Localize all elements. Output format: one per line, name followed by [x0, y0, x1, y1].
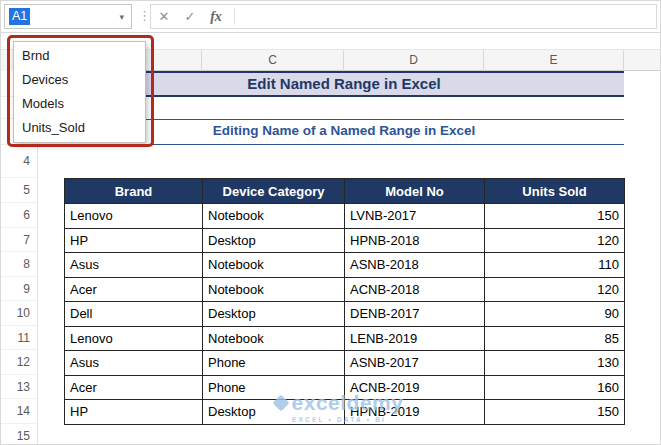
table-cell[interactable]: ACNB-2018 [345, 278, 485, 303]
table-row: HPDesktopHPNB-2019150 [65, 400, 625, 425]
table-cell[interactable]: Notebook [203, 278, 345, 303]
subtitle-text: Editing Name of a Named Range in Excel [213, 123, 476, 138]
row-header-4[interactable]: 4 [1, 145, 37, 178]
excel-window: A1 ▾ ⋮ ✕ ✓ fx ABCDE 12345678910111213141… [0, 0, 661, 445]
table-row: HPDesktopHPNB-2018120 [65, 229, 625, 254]
row-header-13[interactable]: 13 [1, 375, 37, 400]
table-cell[interactable]: HPNB-2019 [345, 400, 485, 425]
table-cell[interactable]: Lenovo [65, 204, 203, 229]
table-cell[interactable]: HP [65, 229, 203, 254]
row-header-11[interactable]: 11 [1, 326, 37, 351]
enter-icon[interactable]: ✓ [177, 5, 203, 28]
row-header-14[interactable]: 14 [1, 399, 37, 424]
column-header-E[interactable]: E [484, 50, 624, 71]
table-header-cell[interactable]: Model No [345, 179, 485, 204]
table-cell[interactable]: Acer [65, 278, 203, 303]
table-cell[interactable]: 85 [485, 327, 625, 352]
table-cell[interactable]: HP [65, 400, 203, 425]
table-cell[interactable]: DENB-2017 [345, 302, 485, 327]
row-header-15[interactable]: 15 [1, 424, 37, 445]
table-cell[interactable]: Phone [203, 376, 345, 401]
table-row: AcerPhoneACNB-2019160 [65, 376, 625, 401]
column-header-C[interactable]: C [202, 50, 344, 71]
formula-input[interactable] [240, 5, 656, 28]
table-cell[interactable]: ASNB-2018 [345, 253, 485, 278]
named-range-item-brnd[interactable]: Brnd [14, 44, 145, 68]
table-cell[interactable]: Acer [65, 376, 203, 401]
insert-function-icon[interactable]: fx [203, 5, 229, 28]
table-cell[interactable]: 150 [485, 400, 625, 425]
name-box-dropdown: BrndDevicesModelsUnits_Sold [13, 41, 146, 143]
table-cell[interactable]: Asus [65, 253, 203, 278]
table-row: LenovoNotebookLENB-201985 [65, 327, 625, 352]
table-header-cell[interactable]: Units Sold [485, 179, 625, 204]
table-cell[interactable]: 90 [485, 302, 625, 327]
table-row: LenovoNotebookLVNB-2017150 [65, 204, 625, 229]
table-cell[interactable]: HPNB-2018 [345, 229, 485, 254]
table-cell[interactable]: Phone [203, 351, 345, 376]
title-text: Edit Named Range in Excel [247, 75, 440, 92]
row-header-6[interactable]: 6 [1, 203, 37, 228]
table-cell[interactable]: ASNB-2017 [345, 351, 485, 376]
table-cell[interactable]: Desktop [203, 400, 345, 425]
table-cell[interactable]: Notebook [203, 253, 345, 278]
row-header-5[interactable]: 5 [1, 178, 37, 203]
formula-toolbar: A1 ▾ ⋮ ✕ ✓ fx [1, 1, 660, 33]
table-row: AsusPhoneASNB-2017130 [65, 351, 625, 376]
table-cell[interactable]: LENB-2019 [345, 327, 485, 352]
table-cell[interactable]: Notebook [203, 204, 345, 229]
table-cell[interactable]: 110 [485, 253, 625, 278]
table-cell[interactable]: Dell [65, 302, 203, 327]
named-range-item-models[interactable]: Models [14, 92, 145, 116]
name-box[interactable]: A1 ▾ [4, 4, 132, 29]
row-header-9[interactable]: 9 [1, 277, 37, 302]
cancel-icon[interactable]: ✕ [151, 5, 177, 28]
table-cell[interactable]: 120 [485, 229, 625, 254]
row-header-8[interactable]: 8 [1, 252, 37, 277]
table-cell[interactable]: 130 [485, 351, 625, 376]
table-header-row: BrandDevice CategoryModel NoUnits Sold [65, 179, 625, 204]
table-header-cell[interactable]: Brand [65, 179, 203, 204]
table-cell[interactable]: 120 [485, 278, 625, 303]
formula-bar: ✕ ✓ fx [150, 4, 657, 29]
table-cell[interactable]: ACNB-2019 [345, 376, 485, 401]
column-header-D[interactable]: D [344, 50, 484, 71]
title-cell[interactable]: Edit Named Range in Excel [64, 71, 624, 97]
formula-bar-divider [234, 8, 235, 25]
table-cell[interactable]: Desktop [203, 229, 345, 254]
row-header-12[interactable]: 12 [1, 350, 37, 375]
subtitle-cell[interactable]: Editing Name of a Named Range in Excel [64, 119, 624, 145]
table-cell[interactable]: Lenovo [65, 327, 203, 352]
table-cell[interactable]: Asus [65, 351, 203, 376]
table-row: DellDesktopDENB-201790 [65, 302, 625, 327]
table-cell[interactable]: Desktop [203, 302, 345, 327]
named-range-item-units_sold[interactable]: Units_Sold [14, 116, 145, 140]
table-cell[interactable]: 160 [485, 376, 625, 401]
table-row: AcerNotebookACNB-2018120 [65, 278, 625, 303]
name-box-value: A1 [9, 8, 30, 25]
table-row: AsusNotebookASNB-2018110 [65, 253, 625, 278]
row-header-7[interactable]: 7 [1, 228, 37, 253]
chevron-down-icon[interactable]: ▾ [112, 12, 131, 22]
data-table: BrandDevice CategoryModel NoUnits SoldLe… [64, 178, 625, 425]
row-header-10[interactable]: 10 [1, 301, 37, 326]
named-range-item-devices[interactable]: Devices [14, 68, 145, 92]
table-cell[interactable]: Notebook [203, 327, 345, 352]
table-cell[interactable]: LVNB-2017 [345, 204, 485, 229]
table-cell[interactable]: 150 [485, 204, 625, 229]
table-header-cell[interactable]: Device Category [203, 179, 345, 204]
